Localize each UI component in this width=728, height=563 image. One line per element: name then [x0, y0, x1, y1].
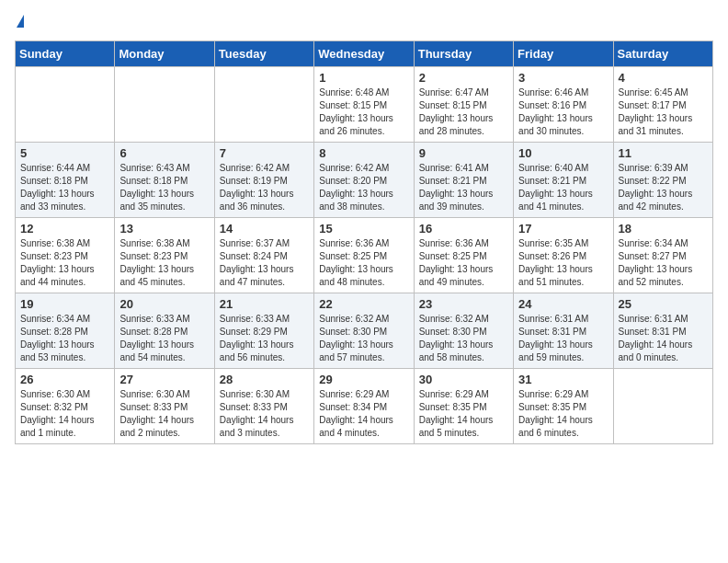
calendar-week-row: 26Sunrise: 6:30 AM Sunset: 8:32 PM Dayli… — [16, 369, 713, 444]
day-info: Sunrise: 6:44 AM Sunset: 8:18 PM Dayligh… — [20, 162, 109, 213]
day-number: 9 — [419, 146, 508, 160]
day-info: Sunrise: 6:29 AM Sunset: 8:34 PM Dayligh… — [319, 388, 408, 440]
calendar-table: SundayMondayTuesdayWednesdayThursdayFrid… — [15, 40, 713, 444]
day-number: 27 — [119, 373, 209, 386]
calendar-cell: 15Sunrise: 6:36 AM Sunset: 8:25 PM Dayli… — [314, 218, 414, 293]
calendar-cell: 2Sunrise: 6:47 AM Sunset: 8:15 PM Daylig… — [414, 67, 513, 143]
calendar-cell: 9Sunrise: 6:41 AM Sunset: 8:21 PM Daylig… — [414, 143, 513, 218]
calendar-cell — [613, 369, 712, 444]
day-info: Sunrise: 6:42 AM Sunset: 8:20 PM Dayligh… — [319, 162, 408, 213]
day-number: 7 — [220, 146, 309, 160]
day-info: Sunrise: 6:39 AM Sunset: 8:22 PM Dayligh… — [619, 162, 708, 213]
calendar-cell: 3Sunrise: 6:46 AM Sunset: 8:16 PM Daylig… — [514, 67, 613, 143]
col-header-sunday: Sunday — [16, 41, 115, 67]
calendar-cell: 26Sunrise: 6:30 AM Sunset: 8:32 PM Dayli… — [16, 369, 115, 444]
calendar-cell: 14Sunrise: 6:37 AM Sunset: 8:24 PM Dayli… — [214, 218, 313, 293]
logo-triangle-icon — [17, 15, 24, 28]
day-info: Sunrise: 6:33 AM Sunset: 8:28 PM Dayligh… — [119, 313, 209, 364]
col-header-friday: Friday — [514, 41, 613, 67]
calendar-cell: 18Sunrise: 6:34 AM Sunset: 8:27 PM Dayli… — [613, 218, 712, 293]
calendar-cell: 21Sunrise: 6:33 AM Sunset: 8:29 PM Dayli… — [214, 293, 313, 369]
day-number: 16 — [419, 222, 508, 236]
day-number: 10 — [518, 146, 608, 160]
calendar-cell: 29Sunrise: 6:29 AM Sunset: 8:34 PM Dayli… — [314, 369, 414, 444]
day-info: Sunrise: 6:34 AM Sunset: 8:27 PM Dayligh… — [619, 237, 708, 289]
day-number: 30 — [419, 373, 508, 386]
day-info: Sunrise: 6:47 AM Sunset: 8:15 PM Dayligh… — [419, 86, 508, 138]
day-info: Sunrise: 6:40 AM Sunset: 8:21 PM Dayligh… — [518, 162, 608, 213]
calendar-cell: 31Sunrise: 6:29 AM Sunset: 8:35 PM Dayli… — [514, 369, 613, 444]
calendar-cell: 27Sunrise: 6:30 AM Sunset: 8:33 PM Dayli… — [115, 369, 214, 444]
day-info: Sunrise: 6:43 AM Sunset: 8:18 PM Dayligh… — [119, 162, 209, 213]
day-info: Sunrise: 6:32 AM Sunset: 8:30 PM Dayligh… — [419, 313, 508, 364]
day-info: Sunrise: 6:38 AM Sunset: 8:23 PM Dayligh… — [119, 237, 209, 289]
day-number: 8 — [319, 146, 408, 160]
calendar-cell: 11Sunrise: 6:39 AM Sunset: 8:22 PM Dayli… — [613, 143, 712, 218]
col-header-monday: Monday — [115, 41, 214, 67]
calendar-cell: 22Sunrise: 6:32 AM Sunset: 8:30 PM Dayli… — [314, 293, 414, 369]
day-number: 25 — [619, 297, 708, 311]
day-info: Sunrise: 6:42 AM Sunset: 8:19 PM Dayligh… — [220, 162, 309, 213]
calendar-cell — [115, 67, 214, 143]
day-info: Sunrise: 6:36 AM Sunset: 8:25 PM Dayligh… — [319, 237, 408, 289]
day-number: 1 — [319, 71, 408, 85]
calendar-cell: 20Sunrise: 6:33 AM Sunset: 8:28 PM Dayli… — [115, 293, 214, 369]
day-number: 29 — [319, 373, 408, 386]
day-info: Sunrise: 6:41 AM Sunset: 8:21 PM Dayligh… — [419, 162, 508, 213]
calendar-week-row: 5Sunrise: 6:44 AM Sunset: 8:18 PM Daylig… — [16, 143, 713, 218]
calendar-header-row: SundayMondayTuesdayWednesdayThursdayFrid… — [16, 41, 713, 67]
calendar-cell: 17Sunrise: 6:35 AM Sunset: 8:26 PM Dayli… — [514, 218, 613, 293]
day-info: Sunrise: 6:38 AM Sunset: 8:23 PM Dayligh… — [20, 237, 109, 289]
calendar-cell: 25Sunrise: 6:31 AM Sunset: 8:31 PM Dayli… — [613, 293, 712, 369]
day-number: 12 — [20, 222, 109, 236]
calendar-cell: 7Sunrise: 6:42 AM Sunset: 8:19 PM Daylig… — [214, 143, 313, 218]
day-number: 31 — [518, 373, 608, 386]
day-info: Sunrise: 6:29 AM Sunset: 8:35 PM Dayligh… — [518, 388, 608, 440]
day-info: Sunrise: 6:36 AM Sunset: 8:25 PM Dayligh… — [419, 237, 508, 289]
logo — [15, 15, 24, 29]
calendar-cell: 30Sunrise: 6:29 AM Sunset: 8:35 PM Dayli… — [414, 369, 513, 444]
day-number: 20 — [119, 297, 209, 311]
calendar-cell: 19Sunrise: 6:34 AM Sunset: 8:28 PM Dayli… — [16, 293, 115, 369]
calendar-week-row: 1Sunrise: 6:48 AM Sunset: 8:15 PM Daylig… — [16, 67, 713, 143]
day-number: 15 — [319, 222, 408, 236]
day-number: 2 — [419, 71, 508, 85]
day-info: Sunrise: 6:48 AM Sunset: 8:15 PM Dayligh… — [319, 86, 408, 138]
calendar-cell: 12Sunrise: 6:38 AM Sunset: 8:23 PM Dayli… — [16, 218, 115, 293]
calendar-cell: 13Sunrise: 6:38 AM Sunset: 8:23 PM Dayli… — [115, 218, 214, 293]
calendar-cell: 28Sunrise: 6:30 AM Sunset: 8:33 PM Dayli… — [214, 369, 313, 444]
day-number: 14 — [220, 222, 309, 236]
day-number: 19 — [20, 297, 109, 311]
col-header-tuesday: Tuesday — [214, 41, 313, 67]
day-info: Sunrise: 6:34 AM Sunset: 8:28 PM Dayligh… — [20, 313, 109, 364]
col-header-wednesday: Wednesday — [314, 41, 414, 67]
day-number: 23 — [419, 297, 508, 311]
day-info: Sunrise: 6:30 AM Sunset: 8:32 PM Dayligh… — [20, 388, 109, 440]
day-info: Sunrise: 6:45 AM Sunset: 8:17 PM Dayligh… — [619, 86, 708, 138]
calendar-cell: 6Sunrise: 6:43 AM Sunset: 8:18 PM Daylig… — [115, 143, 214, 218]
calendar-cell: 8Sunrise: 6:42 AM Sunset: 8:20 PM Daylig… — [314, 143, 414, 218]
calendar-cell — [214, 67, 313, 143]
calendar-cell: 16Sunrise: 6:36 AM Sunset: 8:25 PM Dayli… — [414, 218, 513, 293]
day-number: 22 — [319, 297, 408, 311]
day-number: 28 — [220, 373, 309, 386]
calendar-cell: 5Sunrise: 6:44 AM Sunset: 8:18 PM Daylig… — [16, 143, 115, 218]
calendar-cell: 24Sunrise: 6:31 AM Sunset: 8:31 PM Dayli… — [514, 293, 613, 369]
calendar-cell: 4Sunrise: 6:45 AM Sunset: 8:17 PM Daylig… — [613, 67, 712, 143]
day-number: 11 — [619, 146, 708, 160]
calendar-week-row: 19Sunrise: 6:34 AM Sunset: 8:28 PM Dayli… — [16, 293, 713, 369]
day-info: Sunrise: 6:33 AM Sunset: 8:29 PM Dayligh… — [220, 313, 309, 364]
day-info: Sunrise: 6:37 AM Sunset: 8:24 PM Dayligh… — [220, 237, 309, 289]
calendar-cell: 1Sunrise: 6:48 AM Sunset: 8:15 PM Daylig… — [314, 67, 414, 143]
day-number: 21 — [220, 297, 309, 311]
day-number: 6 — [119, 146, 209, 160]
day-number: 3 — [518, 71, 608, 85]
day-info: Sunrise: 6:46 AM Sunset: 8:16 PM Dayligh… — [518, 86, 608, 138]
col-header-thursday: Thursday — [414, 41, 513, 67]
day-number: 13 — [119, 222, 209, 236]
calendar-cell — [16, 67, 115, 143]
calendar-cell: 10Sunrise: 6:40 AM Sunset: 8:21 PM Dayli… — [514, 143, 613, 218]
day-info: Sunrise: 6:30 AM Sunset: 8:33 PM Dayligh… — [119, 388, 209, 440]
day-info: Sunrise: 6:32 AM Sunset: 8:30 PM Dayligh… — [319, 313, 408, 364]
calendar-cell: 23Sunrise: 6:32 AM Sunset: 8:30 PM Dayli… — [414, 293, 513, 369]
